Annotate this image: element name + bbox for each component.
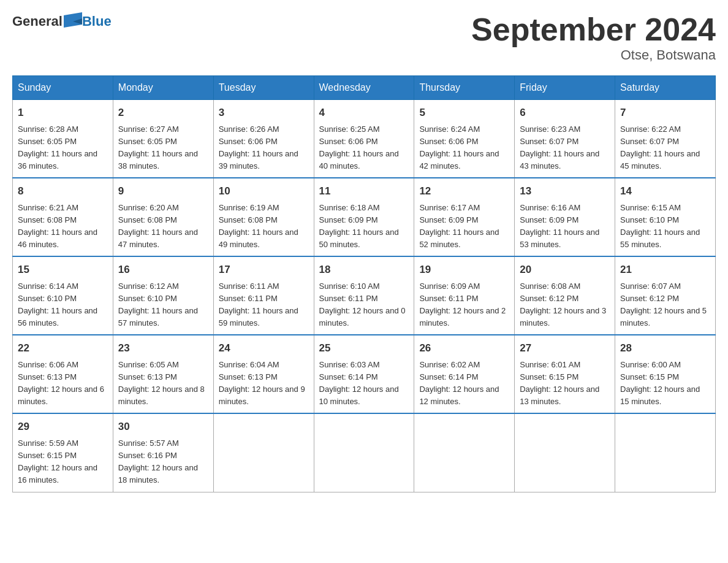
header-thursday: Thursday <box>414 76 515 100</box>
day-number: 21 <box>620 262 710 278</box>
table-row: 10Sunrise: 6:19 AMSunset: 6:08 PMDayligh… <box>213 178 314 256</box>
calendar-week-row: 8Sunrise: 6:21 AMSunset: 6:08 PMDaylight… <box>13 178 716 256</box>
day-info: Sunrise: 6:22 AMSunset: 6:07 PMDaylight:… <box>620 123 710 173</box>
page-header: General Blue September 2024 Otse, Botswa… <box>12 12 716 63</box>
calendar-week-row: 29Sunrise: 5:59 AMSunset: 6:15 PMDayligh… <box>13 413 716 492</box>
day-info: Sunrise: 6:03 AMSunset: 6:14 PMDaylight:… <box>319 359 409 408</box>
table-row: 23Sunrise: 6:05 AMSunset: 6:13 PMDayligh… <box>113 335 213 413</box>
day-info: Sunrise: 5:57 AMSunset: 6:16 PMDaylight:… <box>118 437 208 487</box>
day-info: Sunrise: 6:17 AMSunset: 6:09 PMDaylight:… <box>419 202 509 251</box>
day-info: Sunrise: 5:59 AMSunset: 6:15 PMDaylight:… <box>18 437 108 487</box>
header-tuesday: Tuesday <box>213 76 314 100</box>
table-row: 1Sunrise: 6:28 AMSunset: 6:05 PMDaylight… <box>13 100 113 178</box>
table-row: 30Sunrise: 5:57 AMSunset: 6:16 PMDayligh… <box>113 413 213 492</box>
table-row: 9Sunrise: 6:20 AMSunset: 6:08 PMDaylight… <box>113 178 213 256</box>
day-info: Sunrise: 6:18 AMSunset: 6:09 PMDaylight:… <box>319 202 409 251</box>
day-number: 1 <box>18 105 108 121</box>
day-info: Sunrise: 6:21 AMSunset: 6:08 PMDaylight:… <box>18 202 108 251</box>
day-number: 8 <box>18 183 108 199</box>
table-row: 4Sunrise: 6:25 AMSunset: 6:06 PMDaylight… <box>314 100 414 178</box>
day-number: 27 <box>520 340 610 356</box>
day-info: Sunrise: 6:20 AMSunset: 6:08 PMDaylight:… <box>118 202 208 251</box>
day-number: 18 <box>319 262 409 278</box>
header-saturday: Saturday <box>615 76 716 100</box>
table-row: 7Sunrise: 6:22 AMSunset: 6:07 PMDaylight… <box>615 100 716 178</box>
table-row: 13Sunrise: 6:16 AMSunset: 6:09 PMDayligh… <box>515 178 615 256</box>
day-number: 19 <box>419 262 509 278</box>
day-number: 7 <box>620 105 710 121</box>
logo: General Blue <box>12 12 112 31</box>
table-row: 21Sunrise: 6:07 AMSunset: 6:12 PMDayligh… <box>615 256 716 335</box>
day-number: 12 <box>419 183 509 199</box>
day-info: Sunrise: 6:25 AMSunset: 6:06 PMDaylight:… <box>319 123 409 173</box>
day-info: Sunrise: 6:10 AMSunset: 6:11 PMDaylight:… <box>319 280 409 330</box>
table-row: 14Sunrise: 6:15 AMSunset: 6:10 PMDayligh… <box>615 178 716 256</box>
table-row: 2Sunrise: 6:27 AMSunset: 6:05 PMDaylight… <box>113 100 213 178</box>
table-row: 22Sunrise: 6:06 AMSunset: 6:13 PMDayligh… <box>13 335 113 413</box>
table-row: 11Sunrise: 6:18 AMSunset: 6:09 PMDayligh… <box>314 178 414 256</box>
table-row <box>314 413 414 492</box>
table-row: 5Sunrise: 6:24 AMSunset: 6:06 PMDaylight… <box>414 100 515 178</box>
table-row: 25Sunrise: 6:03 AMSunset: 6:14 PMDayligh… <box>314 335 414 413</box>
day-number: 2 <box>118 105 208 121</box>
calendar-week-row: 22Sunrise: 6:06 AMSunset: 6:13 PMDayligh… <box>13 335 716 413</box>
day-number: 17 <box>219 262 309 278</box>
table-row: 8Sunrise: 6:21 AMSunset: 6:08 PMDaylight… <box>13 178 113 256</box>
table-row: 3Sunrise: 6:26 AMSunset: 6:06 PMDaylight… <box>213 100 314 178</box>
table-row: 20Sunrise: 6:08 AMSunset: 6:12 PMDayligh… <box>515 256 615 335</box>
logo-general-text: General <box>12 13 63 29</box>
logo-icon <box>64 12 82 31</box>
day-number: 11 <box>319 183 409 199</box>
day-info: Sunrise: 6:02 AMSunset: 6:14 PMDaylight:… <box>419 359 509 408</box>
day-info: Sunrise: 6:27 AMSunset: 6:05 PMDaylight:… <box>118 123 208 173</box>
day-info: Sunrise: 6:08 AMSunset: 6:12 PMDaylight:… <box>520 280 610 330</box>
header-friday: Friday <box>515 76 615 100</box>
day-info: Sunrise: 6:26 AMSunset: 6:06 PMDaylight:… <box>219 123 309 173</box>
day-info: Sunrise: 6:00 AMSunset: 6:15 PMDaylight:… <box>620 359 710 408</box>
day-number: 10 <box>219 183 309 199</box>
table-row: 18Sunrise: 6:10 AMSunset: 6:11 PMDayligh… <box>314 256 414 335</box>
day-info: Sunrise: 6:09 AMSunset: 6:11 PMDaylight:… <box>419 280 509 330</box>
day-number: 5 <box>419 105 509 121</box>
day-number: 29 <box>18 419 108 435</box>
table-row: 26Sunrise: 6:02 AMSunset: 6:14 PMDayligh… <box>414 335 515 413</box>
day-info: Sunrise: 6:19 AMSunset: 6:08 PMDaylight:… <box>219 202 309 251</box>
table-row: 28Sunrise: 6:00 AMSunset: 6:15 PMDayligh… <box>615 335 716 413</box>
day-number: 23 <box>118 340 208 356</box>
header-monday: Monday <box>113 76 213 100</box>
day-number: 3 <box>219 105 309 121</box>
table-row: 6Sunrise: 6:23 AMSunset: 6:07 PMDaylight… <box>515 100 615 178</box>
day-info: Sunrise: 6:05 AMSunset: 6:13 PMDaylight:… <box>118 359 208 408</box>
header-wednesday: Wednesday <box>314 76 414 100</box>
day-number: 20 <box>520 262 610 278</box>
calendar-table: Sunday Monday Tuesday Wednesday Thursday… <box>12 75 716 492</box>
day-number: 9 <box>118 183 208 199</box>
day-number: 24 <box>219 340 309 356</box>
logo-blue-text: Blue <box>82 13 112 29</box>
day-info: Sunrise: 6:16 AMSunset: 6:09 PMDaylight:… <box>520 202 610 251</box>
calendar-week-row: 15Sunrise: 6:14 AMSunset: 6:10 PMDayligh… <box>13 256 716 335</box>
day-number: 30 <box>118 419 208 435</box>
table-row: 24Sunrise: 6:04 AMSunset: 6:13 PMDayligh… <box>213 335 314 413</box>
day-info: Sunrise: 6:23 AMSunset: 6:07 PMDaylight:… <box>520 123 610 173</box>
day-info: Sunrise: 6:04 AMSunset: 6:13 PMDaylight:… <box>219 359 309 408</box>
table-row: 27Sunrise: 6:01 AMSunset: 6:15 PMDayligh… <box>515 335 615 413</box>
table-row: 17Sunrise: 6:11 AMSunset: 6:11 PMDayligh… <box>213 256 314 335</box>
day-info: Sunrise: 6:06 AMSunset: 6:13 PMDaylight:… <box>18 359 108 408</box>
table-row: 29Sunrise: 5:59 AMSunset: 6:15 PMDayligh… <box>13 413 113 492</box>
table-row <box>615 413 716 492</box>
day-info: Sunrise: 6:15 AMSunset: 6:10 PMDaylight:… <box>620 202 710 251</box>
day-number: 16 <box>118 262 208 278</box>
title-area: September 2024 Otse, Botswana <box>471 12 716 63</box>
day-info: Sunrise: 6:14 AMSunset: 6:10 PMDaylight:… <box>18 280 108 330</box>
day-number: 4 <box>319 105 409 121</box>
day-number: 14 <box>620 183 710 199</box>
day-info: Sunrise: 6:12 AMSunset: 6:10 PMDaylight:… <box>118 280 208 330</box>
table-row <box>414 413 515 492</box>
month-title: September 2024 <box>471 12 716 47</box>
day-number: 22 <box>18 340 108 356</box>
day-info: Sunrise: 6:01 AMSunset: 6:15 PMDaylight:… <box>520 359 610 408</box>
header-sunday: Sunday <box>13 76 113 100</box>
day-info: Sunrise: 6:24 AMSunset: 6:06 PMDaylight:… <box>419 123 509 173</box>
table-row <box>213 413 314 492</box>
